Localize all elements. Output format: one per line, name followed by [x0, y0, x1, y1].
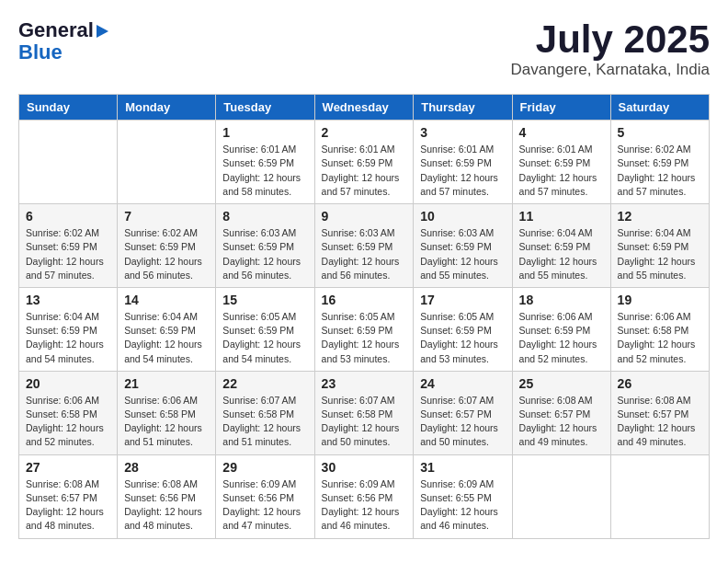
day-info: Sunrise: 6:01 AM Sunset: 6:59 PM Dayligh…: [519, 143, 604, 199]
calendar-cell: 24Sunrise: 6:07 AM Sunset: 6:57 PM Dayli…: [414, 371, 512, 454]
day-of-week-header: Thursday: [414, 95, 512, 121]
day-info: Sunrise: 6:05 AM Sunset: 6:59 PM Dayligh…: [322, 310, 407, 366]
day-info: Sunrise: 6:06 AM Sunset: 6:59 PM Dayligh…: [519, 310, 604, 366]
day-info: Sunrise: 6:03 AM Sunset: 6:59 PM Dayligh…: [222, 226, 307, 282]
day-number: 21: [124, 376, 209, 391]
day-of-week-header: Friday: [512, 95, 610, 121]
day-info: Sunrise: 6:01 AM Sunset: 6:59 PM Dayligh…: [420, 143, 505, 199]
day-info: Sunrise: 6:04 AM Sunset: 6:59 PM Dayligh…: [618, 226, 702, 282]
day-of-week-header: Monday: [118, 95, 216, 121]
day-number: 25: [519, 376, 604, 391]
calendar-cell: 11Sunrise: 6:04 AM Sunset: 6:59 PM Dayli…: [512, 204, 610, 288]
calendar-cell: [118, 121, 216, 204]
calendar-body: 1Sunrise: 6:01 AM Sunset: 6:59 PM Daylig…: [19, 121, 710, 538]
calendar-cell: 7Sunrise: 6:02 AM Sunset: 6:59 PM Daylig…: [118, 204, 216, 288]
logo: General Blue: [18, 18, 108, 63]
day-number: 14: [124, 293, 209, 307]
day-info: Sunrise: 6:09 AM Sunset: 6:56 PM Dayligh…: [322, 477, 407, 534]
day-number: 16: [322, 293, 407, 307]
day-number: 31: [420, 460, 505, 475]
day-number: 8: [222, 209, 307, 224]
calendar-cell: 13Sunrise: 6:04 AM Sunset: 6:59 PM Dayli…: [19, 287, 118, 371]
logo-general: General: [18, 18, 94, 42]
calendar-cell: 14Sunrise: 6:04 AM Sunset: 6:59 PM Dayli…: [118, 287, 216, 371]
calendar-cell: 28Sunrise: 6:08 AM Sunset: 6:56 PM Dayli…: [118, 454, 216, 538]
day-info: Sunrise: 6:02 AM Sunset: 6:59 PM Dayligh…: [26, 226, 110, 282]
calendar-cell: [19, 121, 118, 204]
calendar-week-row: 27Sunrise: 6:08 AM Sunset: 6:57 PM Dayli…: [19, 454, 710, 538]
calendar-header-row: SundayMondayTuesdayWednesdayThursdayFrid…: [19, 95, 710, 121]
day-number: 22: [222, 376, 307, 391]
calendar-table: SundayMondayTuesdayWednesdayThursdayFrid…: [18, 94, 710, 538]
day-number: 12: [618, 209, 702, 224]
day-number: 9: [322, 209, 407, 224]
calendar-week-row: 1Sunrise: 6:01 AM Sunset: 6:59 PM Daylig…: [19, 121, 710, 204]
day-info: Sunrise: 6:05 AM Sunset: 6:59 PM Dayligh…: [420, 310, 505, 366]
calendar-cell: [610, 454, 709, 538]
day-number: 15: [222, 293, 307, 307]
calendar-cell: 9Sunrise: 6:03 AM Sunset: 6:59 PM Daylig…: [314, 204, 414, 288]
calendar-cell: 5Sunrise: 6:02 AM Sunset: 6:59 PM Daylig…: [610, 121, 709, 204]
calendar-cell: [512, 454, 610, 538]
calendar-cell: 10Sunrise: 6:03 AM Sunset: 6:59 PM Dayli…: [414, 204, 512, 288]
calendar-cell: 23Sunrise: 6:07 AM Sunset: 6:58 PM Dayli…: [314, 371, 414, 454]
title-block: July 2025 Davangere, Karnataka, India: [511, 18, 710, 79]
day-info: Sunrise: 6:06 AM Sunset: 6:58 PM Dayligh…: [618, 310, 702, 366]
day-of-week-header: Sunday: [19, 95, 118, 121]
day-number: 13: [26, 293, 110, 307]
calendar-cell: 1Sunrise: 6:01 AM Sunset: 6:59 PM Daylig…: [216, 121, 314, 204]
calendar-week-row: 20Sunrise: 6:06 AM Sunset: 6:58 PM Dayli…: [19, 371, 710, 454]
calendar-cell: 19Sunrise: 6:06 AM Sunset: 6:58 PM Dayli…: [610, 287, 709, 371]
calendar-cell: 22Sunrise: 6:07 AM Sunset: 6:58 PM Dayli…: [216, 371, 314, 454]
day-number: 6: [26, 209, 110, 224]
day-info: Sunrise: 6:09 AM Sunset: 6:56 PM Dayligh…: [222, 477, 307, 534]
calendar-cell: 31Sunrise: 6:09 AM Sunset: 6:55 PM Dayli…: [414, 454, 512, 538]
day-info: Sunrise: 6:05 AM Sunset: 6:59 PM Dayligh…: [222, 310, 307, 366]
day-of-week-header: Tuesday: [216, 95, 314, 121]
day-info: Sunrise: 6:01 AM Sunset: 6:59 PM Dayligh…: [322, 143, 407, 199]
day-info: Sunrise: 6:08 AM Sunset: 6:57 PM Dayligh…: [26, 477, 110, 534]
day-number: 26: [618, 376, 702, 391]
calendar-week-row: 6Sunrise: 6:02 AM Sunset: 6:59 PM Daylig…: [19, 204, 710, 288]
calendar-cell: 29Sunrise: 6:09 AM Sunset: 6:56 PM Dayli…: [216, 454, 314, 538]
location-title: Davangere, Karnataka, India: [511, 61, 710, 79]
day-number: 28: [124, 460, 209, 475]
day-info: Sunrise: 6:09 AM Sunset: 6:55 PM Dayligh…: [420, 477, 505, 534]
day-info: Sunrise: 6:02 AM Sunset: 6:59 PM Dayligh…: [124, 226, 209, 282]
calendar-cell: 3Sunrise: 6:01 AM Sunset: 6:59 PM Daylig…: [414, 121, 512, 204]
day-info: Sunrise: 6:06 AM Sunset: 6:58 PM Dayligh…: [26, 394, 110, 450]
day-info: Sunrise: 6:03 AM Sunset: 6:59 PM Dayligh…: [420, 226, 505, 282]
page-header: General Blue July 2025 Davangere, Karnat…: [18, 18, 710, 79]
calendar-cell: 6Sunrise: 6:02 AM Sunset: 6:59 PM Daylig…: [19, 204, 118, 288]
day-info: Sunrise: 6:08 AM Sunset: 6:57 PM Dayligh…: [519, 394, 604, 450]
day-number: 24: [420, 376, 505, 391]
month-title: July 2025: [511, 18, 710, 61]
day-number: 1: [222, 125, 307, 140]
day-info: Sunrise: 6:08 AM Sunset: 6:57 PM Dayligh…: [618, 394, 702, 450]
day-info: Sunrise: 6:04 AM Sunset: 6:59 PM Dayligh…: [26, 310, 110, 366]
day-info: Sunrise: 6:07 AM Sunset: 6:58 PM Dayligh…: [322, 394, 407, 450]
day-number: 10: [420, 209, 505, 224]
day-number: 29: [222, 460, 307, 475]
day-info: Sunrise: 6:01 AM Sunset: 6:59 PM Dayligh…: [222, 143, 307, 199]
day-info: Sunrise: 6:07 AM Sunset: 6:58 PM Dayligh…: [222, 394, 307, 450]
calendar-cell: 16Sunrise: 6:05 AM Sunset: 6:59 PM Dayli…: [314, 287, 414, 371]
calendar-cell: 26Sunrise: 6:08 AM Sunset: 6:57 PM Dayli…: [610, 371, 709, 454]
day-info: Sunrise: 6:08 AM Sunset: 6:56 PM Dayligh…: [124, 477, 209, 534]
day-number: 20: [26, 376, 110, 391]
day-of-week-header: Saturday: [610, 95, 709, 121]
logo-arrow-icon: [97, 25, 108, 38]
day-info: Sunrise: 6:03 AM Sunset: 6:59 PM Dayligh…: [322, 226, 407, 282]
logo-blue: Blue: [18, 42, 63, 63]
calendar-cell: 8Sunrise: 6:03 AM Sunset: 6:59 PM Daylig…: [216, 204, 314, 288]
day-number: 18: [519, 293, 604, 307]
day-number: 4: [519, 125, 604, 140]
calendar-cell: 4Sunrise: 6:01 AM Sunset: 6:59 PM Daylig…: [512, 121, 610, 204]
day-number: 19: [618, 293, 702, 307]
calendar-cell: 20Sunrise: 6:06 AM Sunset: 6:58 PM Dayli…: [19, 371, 118, 454]
calendar-cell: 25Sunrise: 6:08 AM Sunset: 6:57 PM Dayli…: [512, 371, 610, 454]
day-number: 17: [420, 293, 505, 307]
day-number: 27: [26, 460, 110, 475]
calendar-cell: 18Sunrise: 6:06 AM Sunset: 6:59 PM Dayli…: [512, 287, 610, 371]
calendar-cell: 12Sunrise: 6:04 AM Sunset: 6:59 PM Dayli…: [610, 204, 709, 288]
